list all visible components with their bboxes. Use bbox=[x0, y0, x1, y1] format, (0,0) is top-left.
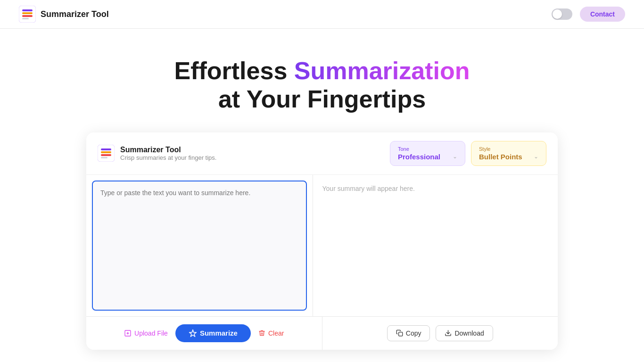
upload-icon bbox=[124, 329, 132, 337]
input-footer: Upload File Summarize Clear bbox=[86, 317, 322, 350]
svg-rect-7 bbox=[101, 151, 111, 153]
clear-button[interactable]: Clear bbox=[258, 329, 284, 337]
hero-section: Effortless Summarization at Your Fingert… bbox=[0, 29, 644, 132]
header: Summarizer Tool Contact bbox=[0, 0, 644, 29]
clear-label: Clear bbox=[268, 329, 284, 337]
card-info: Summarizer Tool Crisp summaries at your … bbox=[120, 146, 216, 161]
hero-title-line2: at Your Fingertips bbox=[218, 85, 426, 113]
svg-rect-6 bbox=[101, 148, 111, 150]
style-value-row: Bullet Points ⌄ bbox=[479, 153, 538, 161]
dark-mode-toggle[interactable] bbox=[552, 8, 572, 20]
svg-rect-9 bbox=[101, 157, 107, 158]
output-placeholder: Your summary will appear here. bbox=[322, 185, 415, 192]
input-textarea[interactable] bbox=[92, 181, 307, 311]
hero-title-plain: Effortless bbox=[174, 57, 294, 84]
download-label: Download bbox=[454, 329, 484, 337]
card-subtitle: Crisp summaries at your finger tips. bbox=[120, 154, 216, 161]
card-header-left: Summarizer Tool Crisp summaries at your … bbox=[98, 145, 216, 162]
tone-value-row: Professional ⌄ bbox=[398, 153, 457, 161]
tone-dropdown[interactable]: Tone Professional ⌄ bbox=[390, 141, 465, 166]
header-title: Summarizer Tool bbox=[41, 9, 109, 19]
style-label: Style bbox=[479, 146, 538, 152]
style-dropdown[interactable]: Style Bullet Points ⌄ bbox=[471, 141, 546, 166]
download-icon bbox=[445, 329, 452, 337]
main-card: Summarizer Tool Crisp summaries at your … bbox=[86, 132, 558, 350]
hero-title: Effortless Summarization at Your Fingert… bbox=[9, 57, 635, 114]
upload-file-label: Upload File bbox=[134, 329, 168, 337]
toggle-knob bbox=[553, 9, 562, 19]
svg-rect-2 bbox=[22, 12, 33, 14]
card-footer: Upload File Summarize Clear bbox=[86, 316, 558, 350]
contact-button[interactable]: Contact bbox=[580, 7, 625, 22]
sparkle-icon bbox=[189, 329, 197, 337]
trash-icon bbox=[258, 329, 265, 337]
svg-rect-11 bbox=[398, 332, 402, 336]
svg-rect-3 bbox=[22, 15, 33, 17]
tone-chevron-icon: ⌄ bbox=[453, 153, 457, 160]
logo-icon bbox=[19, 6, 36, 23]
hero-title-highlight: Summarization bbox=[294, 57, 470, 84]
output-panel: Your summary will appear here. bbox=[313, 175, 558, 316]
summarize-label: Summarize bbox=[200, 329, 238, 337]
card-title: Summarizer Tool bbox=[120, 146, 216, 154]
copy-button[interactable]: Copy bbox=[387, 325, 430, 341]
download-button[interactable]: Download bbox=[436, 325, 493, 341]
header-left: Summarizer Tool bbox=[19, 6, 109, 23]
card-header: Summarizer Tool Crisp summaries at your … bbox=[86, 132, 558, 175]
card-logo-icon bbox=[98, 145, 115, 162]
card-header-right: Tone Professional ⌄ Style Bullet Points … bbox=[390, 141, 546, 166]
svg-rect-4 bbox=[22, 18, 29, 19]
upload-file-button[interactable]: Upload File bbox=[124, 329, 168, 337]
output-footer: Copy Download bbox=[322, 317, 558, 350]
tone-label: Tone bbox=[398, 146, 457, 152]
style-chevron-icon: ⌄ bbox=[534, 153, 538, 160]
summarize-button[interactable]: Summarize bbox=[175, 324, 251, 342]
svg-rect-8 bbox=[101, 154, 111, 156]
copy-label: Copy bbox=[406, 329, 421, 337]
tone-value: Professional bbox=[398, 153, 440, 161]
input-panel bbox=[86, 175, 313, 316]
header-right: Contact bbox=[552, 7, 625, 22]
style-value: Bullet Points bbox=[479, 153, 522, 161]
svg-rect-1 bbox=[22, 9, 33, 11]
card-content: Your summary will appear here. bbox=[86, 175, 558, 316]
copy-icon bbox=[396, 329, 403, 337]
